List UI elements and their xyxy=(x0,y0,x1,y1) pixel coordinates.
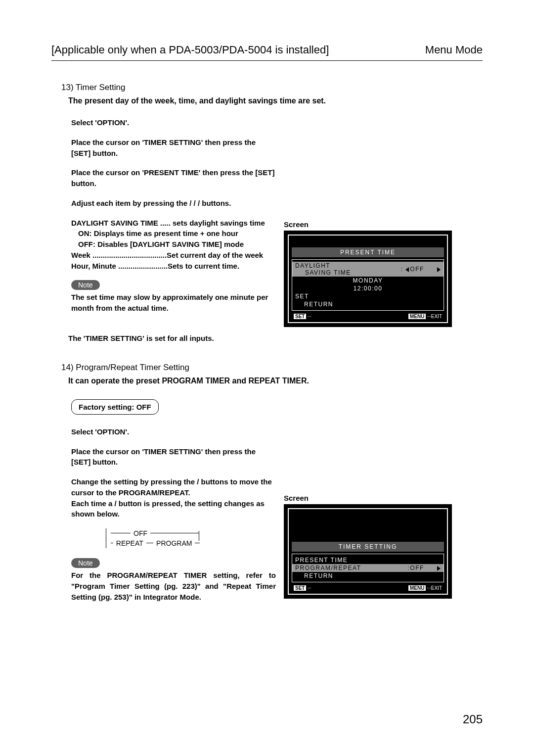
osd2-progrep: PROGRAM/REPEAT xyxy=(295,565,361,571)
state-diagram: OFF REPEAT PROGRAM xyxy=(101,528,276,548)
section-14-title: 14) Program/Repeat Timer Setting xyxy=(61,363,483,373)
osd2-progrep-val: :OFF xyxy=(408,565,424,571)
diagram-program: PROGRAM xyxy=(153,539,195,547)
s14-p2: Place the cursor on 'TIMER SETTING' then… xyxy=(71,446,276,468)
osd1-footer-menu-text: ···EXIT xyxy=(427,314,442,319)
osd1-daylight-row[interactable]: DAYLIGHT SAVING TIME : OFF xyxy=(292,262,444,277)
s13-dst-off: OFF: Disables [DAYLIGHT SAVING TIME] mod… xyxy=(71,239,276,250)
osd1-day: MONDAY xyxy=(295,277,441,284)
s14-p3: Change the setting by pressing the / but… xyxy=(71,476,276,498)
header-left: [Applicable only when a PDA-5003/PDA-500… xyxy=(51,44,329,56)
section-13-desc: The present day of the week, time, and d… xyxy=(68,96,483,105)
osd2-footer-menu-text: ···EXIT xyxy=(427,585,442,591)
osd1-return[interactable]: RETURN xyxy=(295,300,441,308)
s13-p2: Place the cursor on 'TIMER SETTING' then… xyxy=(71,137,276,159)
page-header: [Applicable only when a PDA-5003/PDA-500… xyxy=(51,44,483,61)
s13-week: Week ...................................… xyxy=(71,250,276,261)
s13-p4: Adjust each item by pressing the / / / b… xyxy=(71,198,276,209)
osd1-daylight-val: OFF xyxy=(410,266,424,273)
osd2-title: TIMER SETTING xyxy=(292,542,444,552)
s13-p3: Place the cursor on 'PRESENT TIME' then … xyxy=(71,167,276,189)
arrow-right-icon[interactable] xyxy=(437,566,441,571)
osd2-present[interactable]: PRESENT TIME xyxy=(295,556,441,564)
osd2-return[interactable]: RETURN xyxy=(295,572,441,580)
note-badge: Note xyxy=(71,280,100,290)
factory-setting: Factory setting: OFF xyxy=(71,399,159,415)
s13-tail: The 'TIMER SETTING' is set for all input… xyxy=(68,333,483,344)
arrow-right-icon[interactable] xyxy=(437,267,441,272)
osd1-set[interactable]: SET xyxy=(295,292,441,300)
screen-label-1: Screen xyxy=(284,220,454,229)
osd2-progrep-row[interactable]: PROGRAM/REPEAT :OFF xyxy=(292,564,444,572)
osd1-footer-menu-tag: MENU xyxy=(408,314,426,319)
osd-timer-setting: TIMER SETTING PRESENT TIME PROGRAM/REPEA… xyxy=(284,504,452,599)
s14-note: For the PROGRAM/REPEAT TIMER setting, re… xyxy=(71,570,276,602)
osd1-footer-set-dots: ··· xyxy=(307,314,311,319)
s13-dst-on: ON: Displays time as present time + one … xyxy=(71,228,276,239)
s13-dst: DAYLIGHT SAVING TIME ..... sets daylight… xyxy=(71,218,276,229)
osd-present-time: PRESENT TIME DAYLIGHT SAVING TIME : OFF xyxy=(284,231,452,327)
osd1-footer-set-tag: SET xyxy=(294,314,306,319)
osd2-footer-set-tag: SET xyxy=(294,585,306,591)
page-number: 205 xyxy=(463,712,483,726)
arrow-left-icon[interactable] xyxy=(405,267,409,272)
osd1-daylight-l1: DAYLIGHT xyxy=(295,262,330,269)
diagram-repeat: REPEAT xyxy=(113,539,146,547)
osd2-footer-set-dots: ··· xyxy=(307,585,311,591)
diagram-off: OFF xyxy=(131,529,150,537)
note-badge-2: Note xyxy=(71,558,100,568)
s13-hm: Hour, Minute ........................Set… xyxy=(71,261,276,272)
osd1-daylight-l2: SAVING TIME xyxy=(295,269,351,276)
s14-p1: Select 'OPTION'. xyxy=(71,426,276,437)
osd2-footer-menu-tag: MENU xyxy=(408,585,426,591)
header-right: Menu Mode xyxy=(425,44,483,56)
osd1-time: 12:00:00 xyxy=(295,284,441,292)
s14-p4: Each time a / button is pressed, the set… xyxy=(71,498,276,520)
section-13-title: 13) Timer Setting xyxy=(61,83,483,93)
osd1-title: PRESENT TIME xyxy=(292,247,444,257)
screen-label-2: Screen xyxy=(284,494,454,502)
s13-p1: Select 'OPTION'. xyxy=(71,117,276,128)
section-14-desc: It can operate the preset PROGRAM TIMER … xyxy=(68,377,483,385)
s13-note: The set time may slow by approximately o… xyxy=(71,292,276,314)
